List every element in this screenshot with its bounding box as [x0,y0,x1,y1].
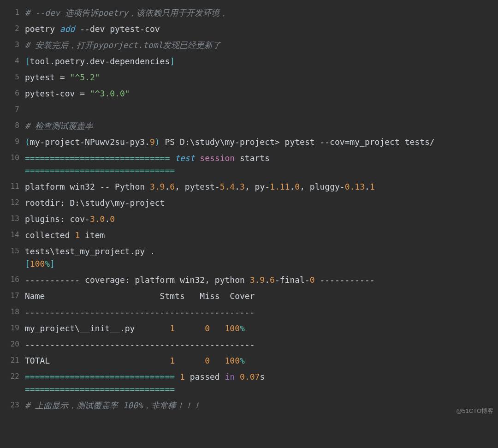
line-content: Name Stmts Miss Cover [25,288,498,304]
line-content [25,102,498,118]
line-number: 9 [0,134,25,147]
code-line: 20--------------------------------------… [0,336,498,352]
line-number: 20 [0,336,25,350]
code-line: 10============================= test ses… [0,150,498,179]
code-line: 6pytest-cov = "^3.0.0" [0,85,498,102]
line-number: 14 [0,227,25,240]
line-content: plugins: cov-3.0.0 [25,211,498,227]
code-line: 4[tool.poetry.dev-dependencies] [0,53,498,69]
line-content: (my-project-NPuwv2su-py3.9) PS D:\study\… [25,134,498,150]
watermark: @51CTO博客 [456,406,493,416]
line-number: 13 [0,211,25,224]
code-line: 2poetry add --dev pytest-cov [0,21,498,37]
code-line: 1# --dev 选项告诉poetry，该依赖只用于开发环境， [0,5,498,21]
code-line: 3# 安装完后，打开pyporject.toml发现已经更新了 [0,37,498,53]
line-content: rootdir: D:\study\my-project [25,195,498,211]
line-number: 3 [0,37,25,50]
line-number: 23 [0,397,25,411]
line-content: pytest = "^5.2" [25,69,498,85]
line-number: 11 [0,179,25,192]
line-number: 17 [0,288,25,301]
line-number: 7 [0,102,25,115]
line-content: ----------------------------------------… [25,336,498,352]
code-line: 21TOTAL 1 0 100% [0,352,498,369]
line-content: ----------------------------------------… [25,304,498,320]
code-line: 16----------- coverage: platform win32, … [0,272,498,288]
line-number: 19 [0,320,25,334]
line-number: 15 [0,243,25,257]
line-number: 12 [0,195,25,208]
line-content: ============================== 1 passed … [25,369,498,397]
line-content: [tool.poetry.dev-dependencies] [25,53,498,69]
line-number: 8 [0,118,25,131]
code-line: 8# 检查测试覆盖率 [0,118,498,134]
code-line: 14collected 1 item [0,227,498,243]
line-number: 4 [0,53,25,66]
code-line: 7 [0,102,498,118]
code-line: 11platform win32 -- Python 3.9.6, pytest… [0,179,498,195]
code-line: 19my_project\__init__.py 1 0 100% [0,320,498,336]
line-number: 21 [0,352,25,366]
line-content: ----------- coverage: platform win32, py… [25,272,498,288]
line-content: platform win32 -- Python 3.9.6, pytest-5… [25,179,498,195]
line-content: my_project\__init__.py 1 0 100% [25,320,498,336]
line-number: 6 [0,85,25,99]
line-content: # 检查测试覆盖率 [25,118,498,134]
line-content: collected 1 item [25,227,498,243]
line-content: # --dev 选项告诉poetry，该依赖只用于开发环境， [25,5,498,21]
line-content: tests\test_my_project.py . [25,243,498,272]
line-content: poetry add --dev pytest-cov [25,21,498,37]
code-line: 22============================== 1 passe… [0,369,498,397]
line-number: 1 [0,5,25,18]
code-line: 23# 上面显示，测试覆盖率 100%，非常棒！！！ [0,397,498,413]
line-content: TOTAL 1 0 100% [25,352,498,369]
code-line: 12rootdir: D:\study\my-project [0,195,498,211]
code-line: 9(my-project-NPuwv2su-py3.9) PS D:\study… [0,134,498,150]
line-number: 5 [0,69,25,83]
code-block: 1# --dev 选项告诉poetry，该依赖只用于开发环境，2poetry a… [0,0,498,418]
line-number: 22 [0,369,25,382]
line-content: # 安装完后，打开pyporject.toml发现已经更新了 [25,37,498,53]
code-line: 18--------------------------------------… [0,304,498,320]
code-line: 17Name Stmts Miss Cover [0,288,498,304]
line-number: 18 [0,304,25,317]
code-line: 13plugins: cov-3.0.0 [0,211,498,227]
code-line: 15tests\test_my_project.py . [0,243,498,272]
line-content: ============================= test sessi… [25,150,498,179]
line-number: 2 [0,21,25,34]
line-number: 16 [0,272,25,285]
line-number: 10 [0,150,25,163]
line-content: # 上面显示，测试覆盖率 100%，非常棒！！！ [25,397,498,413]
code-line: 5pytest = "^5.2" [0,69,498,85]
line-content: pytest-cov = "^3.0.0" [25,85,498,102]
